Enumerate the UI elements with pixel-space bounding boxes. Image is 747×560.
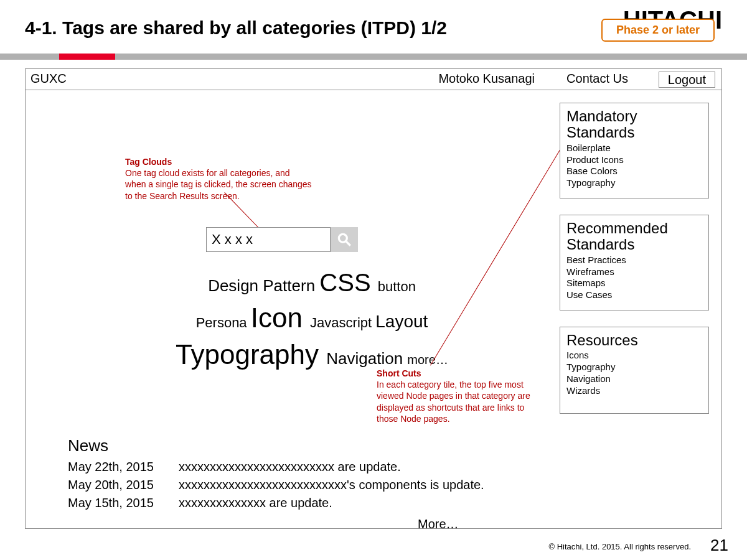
search-button[interactable] <box>331 227 358 252</box>
tag-cloud: Design Pattern CSS button Persona Icon J… <box>138 266 486 373</box>
tag[interactable]: Typography <box>176 339 326 370</box>
category-link[interactable]: Typography <box>566 362 702 373</box>
tag[interactable]: Navigation <box>326 349 407 368</box>
category-link[interactable]: Sitemaps <box>566 278 702 289</box>
tag[interactable]: Layout <box>375 312 428 331</box>
news-heading: News <box>68 436 529 455</box>
site-brand[interactable]: GUXC <box>31 72 67 86</box>
category-title: Resources <box>566 332 702 348</box>
search-input[interactable] <box>206 227 331 252</box>
callout-body: In each category tile, the top five most… <box>377 379 538 424</box>
tag[interactable]: button <box>378 279 416 294</box>
category-link[interactable]: Navigation <box>566 373 702 385</box>
svg-point-0 <box>339 234 347 242</box>
page-number: 21 <box>710 536 728 555</box>
category-recommended-standards[interactable]: Recommended Standards Best Practices Wir… <box>560 215 709 310</box>
category-link[interactable]: Wireframes <box>566 266 702 278</box>
news-item[interactable]: May 20th, 2015 xxxxxxxxxxxxxxxxxxxxxxxxx… <box>68 476 529 494</box>
callout-line <box>430 131 571 366</box>
callout-shortcuts: Short Cuts In each category tile, the to… <box>377 368 538 424</box>
callout-body: One tag cloud exists for all categories,… <box>125 167 312 202</box>
tag[interactable]: Javascript <box>310 315 375 330</box>
category-title: Mandatory Standards <box>566 108 702 141</box>
contact-link[interactable]: Contact Us <box>566 72 628 86</box>
tag[interactable]: Persona <box>196 315 251 330</box>
callout-title: Tag Clouds <box>125 156 312 167</box>
category-link[interactable]: Use Cases <box>566 289 702 301</box>
callout-tag-clouds: Tag Clouds One tag cloud exists for all … <box>125 156 312 202</box>
tag[interactable]: CSS <box>319 269 377 296</box>
callout-title: Short Cuts <box>377 368 538 379</box>
copyright: © Hitachi, Ltd. 2015. All rights reserve… <box>548 542 691 551</box>
category-resources[interactable]: Resources Icons Typography Navigation Wi… <box>560 327 709 414</box>
tag-more[interactable]: more… <box>407 353 448 366</box>
category-mandatory-standards[interactable]: Mandatory Standards Boilerplate Product … <box>560 103 709 198</box>
category-link[interactable]: Icons <box>566 350 702 362</box>
wireframe-container: GUXC Motoko Kusanagi Contact Us Logout T… <box>25 68 722 529</box>
news-date: May 15th, 2015 <box>68 494 167 512</box>
search-icon <box>336 231 352 248</box>
logout-button[interactable]: Logout <box>659 72 715 88</box>
news-date: May 20th, 2015 <box>68 476 167 494</box>
category-link[interactable]: Wizards <box>566 385 702 397</box>
news-item[interactable]: May 22th, 2015 xxxxxxxxxxxxxxxxxxxxxxxxx… <box>68 458 529 476</box>
tag[interactable]: Design Pattern <box>208 276 319 295</box>
news-text: xxxxxxxxxxxxxx are update. <box>179 494 332 512</box>
search-wrap <box>206 227 358 252</box>
svg-line-1 <box>346 241 350 246</box>
category-title: Recommended Standards <box>566 220 702 253</box>
news-text: xxxxxxxxxxxxxxxxxxxxxxxxxxx's components… <box>179 476 484 494</box>
news-more-link[interactable]: More… <box>418 517 459 531</box>
category-link[interactable]: Boilerplate <box>566 142 702 154</box>
user-name[interactable]: Motoko Kusanagi <box>438 72 535 86</box>
news-date: May 22th, 2015 <box>68 458 167 476</box>
tag[interactable]: Icon <box>251 302 310 333</box>
news-item[interactable]: May 15th, 2015 xxxxxxxxxxxxxx are update… <box>68 494 529 512</box>
slide-title: 4-1. Tags are shared by all categories (… <box>25 17 447 39</box>
category-link[interactable]: Base Colors <box>566 166 702 177</box>
news-section: News May 22th, 2015 xxxxxxxxxxxxxxxxxxxx… <box>68 436 529 512</box>
divider-accent <box>59 54 115 60</box>
news-text: xxxxxxxxxxxxxxxxxxxxxxxxx are update. <box>179 458 401 476</box>
phase-badge: Phase 2 or later <box>601 19 715 42</box>
mock-header: GUXC Motoko Kusanagi Contact Us Logout <box>26 69 721 90</box>
category-link[interactable]: Product Icons <box>566 154 702 166</box>
category-link[interactable]: Best Practices <box>566 254 702 266</box>
category-link[interactable]: Typography <box>566 177 702 189</box>
